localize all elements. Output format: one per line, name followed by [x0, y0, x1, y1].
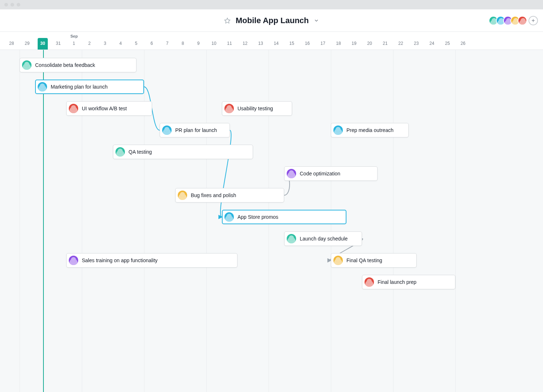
day-column: 12 — [237, 32, 253, 50]
task-label: Usability testing — [237, 106, 273, 111]
day-label: 22 — [393, 41, 408, 46]
project-title[interactable]: Mobile App Launch — [236, 16, 309, 25]
task-bar[interactable]: UI workflow A/B test — [66, 101, 152, 116]
task-bar[interactable]: QA testing — [113, 145, 253, 159]
traffic-light-dot — [10, 3, 14, 7]
task-label: Prep media outreach — [346, 127, 393, 133]
day-label: 1 — [66, 41, 81, 46]
day-label: 5 — [129, 41, 144, 46]
day-column: 13 — [253, 32, 269, 50]
day-column: 4 — [113, 32, 129, 50]
day-column: 17 — [315, 32, 331, 50]
assignee-avatar — [333, 256, 343, 265]
task-label: Marketing plan for launch — [51, 84, 108, 90]
task-bar[interactable]: Sales training on app functionality — [66, 253, 237, 268]
day-label: 15 — [284, 41, 299, 46]
task-bar[interactable]: Launch day schedule — [284, 231, 362, 246]
task-label: UI workflow A/B test — [82, 106, 127, 111]
window-chrome — [0, 0, 543, 9]
task-bar[interactable]: Prep media outreach — [331, 123, 409, 137]
day-label: 25 — [440, 41, 455, 46]
traffic-light-dot — [17, 3, 20, 7]
traffic-light-dot — [4, 3, 8, 7]
task-bar[interactable]: PR plan for launch — [160, 123, 230, 137]
day-label: 3 — [97, 41, 113, 46]
day-column: 18 — [331, 32, 346, 50]
timeline-grid[interactable]: Consolidate beta feedbackMarketing plan … — [0, 50, 543, 392]
day-column: 30 — [35, 32, 51, 50]
day-column: 14 — [269, 32, 284, 50]
task-label: Final launch prep — [378, 279, 416, 285]
assignee-avatar — [224, 212, 234, 222]
member-avatar[interactable] — [518, 16, 527, 25]
day-label: 24 — [424, 41, 439, 46]
task-bar[interactable]: App Store promos — [222, 210, 346, 224]
svg-marker-0 — [224, 18, 230, 23]
day-label: 17 — [315, 41, 331, 46]
day-column: 16 — [300, 32, 315, 50]
day-label: 20 — [362, 41, 377, 46]
day-label: 21 — [378, 41, 393, 46]
assignee-avatar — [365, 277, 374, 287]
task-label: Final QA testing — [346, 257, 382, 263]
day-label: 7 — [160, 41, 175, 46]
star-icon[interactable] — [224, 17, 231, 24]
task-bar[interactable]: Usability testing — [222, 101, 292, 116]
task-label: Bug fixes and polish — [191, 192, 236, 198]
task-label: Sales training on app functionality — [82, 257, 157, 263]
assignee-avatar — [178, 191, 187, 200]
day-column: 28 — [4, 32, 20, 50]
day-label: 6 — [144, 41, 159, 46]
date-axis: Sep2829303112345678910111213141516171819… — [0, 32, 543, 50]
chevron-down-icon[interactable] — [314, 18, 319, 23]
day-column: 23 — [409, 32, 424, 50]
task-bar[interactable]: Final launch prep — [362, 275, 455, 289]
assignee-avatar — [69, 104, 78, 113]
task-label: Consolidate beta feedback — [35, 62, 95, 68]
day-label: 29 — [20, 41, 35, 46]
day-label: 31 — [51, 41, 66, 46]
assignee-avatar — [333, 125, 343, 135]
today-line — [43, 50, 44, 392]
day-column: 3 — [97, 32, 113, 50]
assignee-avatar — [224, 104, 234, 113]
day-column: 20 — [362, 32, 378, 50]
day-label: 8 — [175, 41, 190, 46]
add-member-button[interactable]: + — [529, 16, 538, 25]
member-avatars: + — [491, 16, 538, 25]
assignee-avatar — [22, 60, 31, 70]
day-column: 24 — [424, 32, 440, 50]
day-column: 1 — [66, 32, 82, 50]
project-header: Mobile App Launch + — [0, 9, 543, 32]
day-column: 22 — [393, 32, 409, 50]
day-label: 19 — [346, 41, 362, 46]
day-column: 26 — [455, 32, 471, 50]
day-label: 2 — [82, 41, 97, 46]
task-bar[interactable]: Final QA testing — [331, 253, 417, 268]
assignee-avatar — [162, 125, 172, 135]
task-bar[interactable]: Consolidate beta feedback — [20, 58, 136, 72]
day-column: 9 — [191, 32, 206, 50]
day-column: 10 — [206, 32, 222, 50]
grid-line — [206, 50, 207, 392]
day-column: 21 — [378, 32, 393, 50]
assignee-avatar — [69, 256, 78, 265]
day-column: 25 — [440, 32, 455, 50]
timeline: Sep2829303112345678910111213141516171819… — [0, 32, 543, 392]
day-label: 13 — [253, 41, 268, 46]
assignee-avatar — [38, 82, 47, 91]
day-label: 10 — [206, 41, 222, 46]
day-column: 29 — [20, 32, 35, 50]
day-column: 15 — [284, 32, 300, 50]
assignee-avatar — [287, 234, 296, 243]
day-column: 11 — [222, 32, 237, 50]
day-label: 14 — [269, 41, 284, 46]
task-bar[interactable]: Marketing plan for launch — [35, 80, 144, 94]
task-bar[interactable]: Code optimization — [284, 166, 378, 181]
day-label: 16 — [300, 41, 315, 46]
day-column: 5 — [129, 32, 144, 50]
dependency-line — [220, 130, 231, 217]
task-bar[interactable]: Bug fixes and polish — [175, 188, 284, 203]
task-label: PR plan for launch — [175, 127, 217, 133]
day-label: 28 — [4, 41, 19, 46]
